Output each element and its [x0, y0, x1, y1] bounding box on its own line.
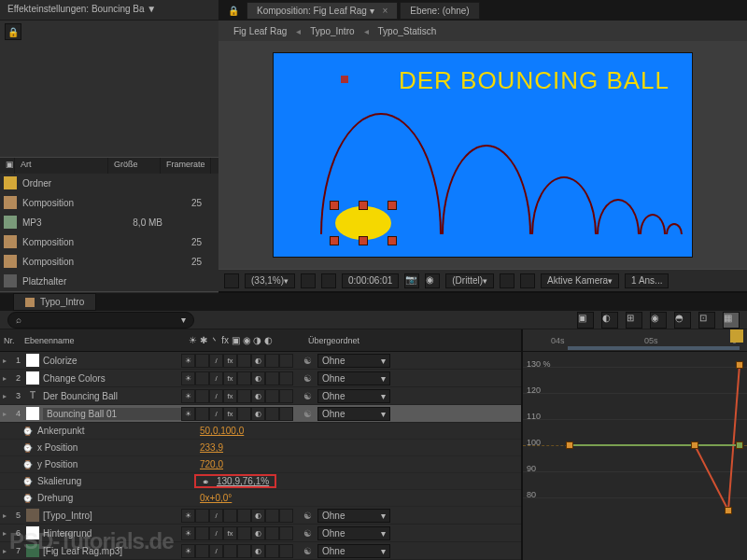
col-size[interactable]: Größe [108, 158, 161, 174]
twirl-icon[interactable]: ▸ [0, 547, 9, 555]
col-art[interactable]: Art [15, 158, 108, 174]
pickwhip-icon[interactable]: ☯ [301, 354, 314, 367]
close-icon[interactable]: × [382, 6, 388, 16]
twirl-icon[interactable]: ▸ [0, 357, 9, 365]
breadcrumb-item[interactable]: Fig Leaf Rag [228, 24, 292, 38]
property-value[interactable]: 233,9 [190, 442, 223, 453]
transform-handle[interactable] [359, 236, 368, 245]
chain-icon[interactable]: ⚭ [202, 477, 213, 486]
layer-switches[interactable]: ☀/fx◐ [181, 371, 301, 385]
twirl-icon[interactable]: ▸ [0, 392, 9, 400]
property-row[interactable]: ⌚Drehung0x+0,0° [0, 490, 521, 507]
keyframe[interactable] [736, 441, 743, 449]
layer-switches[interactable]: ☀/fx◐ [181, 389, 301, 403]
breadcrumb-item[interactable]: Typo_Statisch [373, 24, 443, 38]
filter-icon[interactable]: ▣ [0, 158, 15, 174]
playhead[interactable] [730, 329, 743, 343]
parent-dropdown[interactable]: Ohne▾ [317, 526, 390, 540]
transform-handle[interactable] [330, 236, 339, 245]
lock-icon[interactable]: 🔒 [228, 6, 239, 16]
transform-handle[interactable] [388, 201, 397, 210]
transform-handle[interactable] [359, 201, 368, 210]
stopwatch-icon[interactable]: ⌚ [22, 460, 35, 469]
pickwhip-icon[interactable]: ☯ [301, 526, 314, 539]
grid-icon[interactable] [224, 273, 239, 288]
layer-switches[interactable]: ☀/fx◐ [181, 407, 301, 421]
property-value[interactable]: 0x+0,0° [190, 493, 232, 503]
keyframe[interactable] [566, 441, 573, 449]
twirl-icon[interactable]: ▸ [0, 374, 9, 383]
layer-row[interactable]: ▸3TDer Bouncing Ball☀/fx◐☯Ohne▾ [0, 387, 521, 405]
twirl-icon[interactable]: ▸ [0, 529, 9, 538]
dropdown-icon[interactable]: ▾ [181, 315, 186, 325]
graph-editor-icon[interactable]: ▦ [723, 312, 740, 329]
breadcrumb-item[interactable]: Typo_Intro [304, 24, 359, 38]
layer-row[interactable]: ▸1Colorize☀/fx◐☯Ohne▾ [0, 352, 521, 370]
zoom-dropdown[interactable]: (33,1%) ▾ [245, 273, 295, 288]
tab-composition[interactable]: Komposition: Fig Leaf Rag ▾ × [247, 2, 398, 20]
property-row[interactable]: ⌚x Position233,9 [0, 440, 521, 456]
snapshot-icon[interactable]: 📷 [404, 273, 419, 288]
layer-row[interactable]: ▸4Bouncing Ball 01☀/fx◐☯Ohne▾ [0, 405, 521, 423]
layer-switches[interactable]: ☀/fx◐ [181, 354, 301, 368]
composition-viewer[interactable]: DER BOUNCING BALL [218, 41, 747, 269]
anchor-handle[interactable] [341, 76, 348, 83]
channel-icon[interactable]: ◉ [425, 273, 440, 288]
stopwatch-icon[interactable]: ⌚ [22, 443, 35, 453]
property-row[interactable]: ⌚y Position720,0 [0, 456, 521, 473]
layer-row[interactable]: ▸2Change Colors☀/fx◐☯Ohne▾ [0, 370, 521, 387]
property-row[interactable]: ⌚Skalierung⚭130,9,76,1% [0, 473, 521, 490]
work-area-bar[interactable] [568, 346, 740, 350]
views-dropdown[interactable]: 1 Ans... [625, 273, 669, 288]
effects-panel-tab[interactable]: Effekteinstellungen: Bouncing Ba ▼ [0, 0, 218, 21]
property-value[interactable]: 720,0 [190, 459, 223, 469]
pickwhip-icon[interactable]: ☯ [301, 509, 314, 522]
parent-dropdown[interactable]: Ohne▾ [317, 389, 390, 403]
layer-name[interactable]: Der Bouncing Ball [43, 391, 181, 401]
transparency-icon[interactable] [520, 273, 535, 288]
ball-shape[interactable] [335, 206, 391, 240]
roi-icon[interactable] [500, 273, 514, 288]
resolution-dropdown[interactable]: (Drittel) ▾ [445, 273, 494, 288]
layer-switches[interactable]: ☀/fx◐ [181, 526, 301, 540]
tool-icon[interactable]: ◉ [650, 312, 667, 329]
parent-dropdown[interactable]: Ohne▾ [317, 407, 390, 421]
twirl-icon[interactable]: ▸ [0, 410, 9, 418]
graph-editor[interactable]: 04s 05s 0 130 % 120 110 100 90 80 [523, 329, 747, 560]
layer-name[interactable]: Change Colors [43, 373, 181, 384]
transform-handle[interactable] [330, 201, 339, 210]
mask-icon[interactable] [321, 273, 336, 288]
comp-canvas[interactable]: DER BOUNCING BALL [273, 52, 693, 258]
project-item[interactable]: Ordner [0, 174, 218, 193]
layer-switches[interactable]: ☀/◐ [181, 509, 301, 523]
property-row[interactable]: ⌚Ankerpunkt50,0,100,0 [0, 423, 521, 440]
transform-handle[interactable] [388, 236, 397, 245]
stopwatch-icon[interactable]: ⌚ [22, 494, 35, 503]
keyframe[interactable] [691, 441, 698, 449]
tool-icon[interactable]: ⊞ [626, 312, 642, 329]
layer-row[interactable]: ▸5[Typo_Intro]☀/◐☯Ohne▾ [0, 507, 521, 525]
layer-name[interactable]: Bouncing Ball 01 [43, 408, 181, 420]
timeline-tab[interactable]: Typo_Intro [13, 293, 96, 311]
col-name[interactable]: Ebenenname [21, 336, 189, 345]
project-item[interactable]: Platzhalter [0, 272, 218, 291]
project-item[interactable]: Komposition25 [0, 232, 218, 252]
tool-icon[interactable]: ▣ [577, 312, 594, 329]
layer-name[interactable]: Colorize [43, 356, 181, 366]
layer-name[interactable]: [Typo_Intro] [43, 511, 181, 521]
scale-value-highlight[interactable]: ⚭130,9,76,1% [194, 474, 276, 488]
parent-dropdown[interactable]: Ohne▾ [317, 509, 390, 523]
parent-dropdown[interactable]: Ohne▾ [317, 371, 390, 385]
project-item[interactable]: Komposition25 [0, 193, 218, 213]
parent-dropdown[interactable]: Ohne▾ [317, 544, 390, 558]
res-icon[interactable] [301, 273, 316, 288]
pickwhip-icon[interactable]: ☯ [301, 389, 314, 402]
parent-dropdown[interactable]: Ohne▾ [317, 354, 390, 368]
stopwatch-icon[interactable]: ⌚ [22, 477, 35, 486]
layer-switches[interactable]: ☀/◐ [181, 544, 301, 558]
tool-icon[interactable]: ◓ [674, 312, 691, 329]
camera-dropdown[interactable]: Aktive Kamera ▾ [541, 273, 619, 288]
project-item[interactable]: MP38,0 MB [0, 213, 218, 232]
graph-area[interactable]: 130 % 120 110 100 90 80 [523, 352, 747, 560]
pickwhip-icon[interactable]: ☯ [301, 371, 314, 385]
